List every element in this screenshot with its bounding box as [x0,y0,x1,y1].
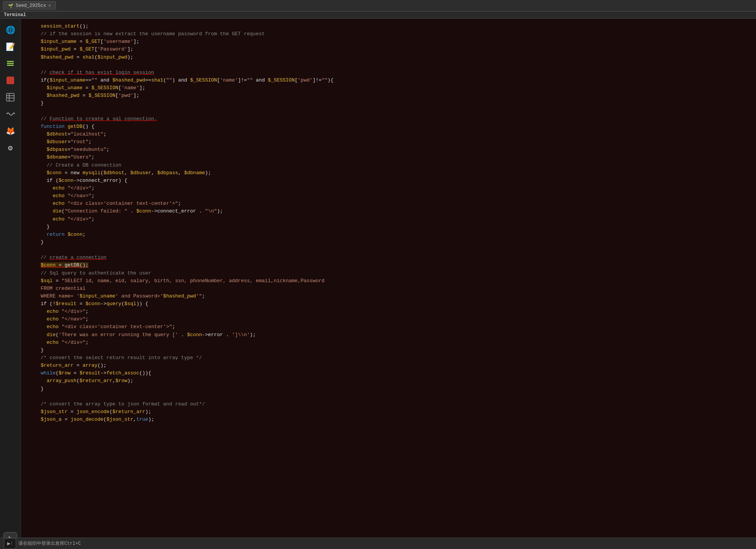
code-line-36: WHERE name= '$input_uname' and Password=… [29,292,748,300]
code-line-1: session_start(); [29,23,748,30]
code-line-45: $return_arr = array(); [29,362,748,369]
code-line-10: $hashed_pwd = $_SESSION['pwd']; [29,92,748,100]
code-line-17: $dbpass="seedubuntu"; [29,146,748,154]
title-bar: 🌱 Seed_2925cx × [0,0,756,11]
code-line-51: $json_str = json_encode($return_arr); [29,408,748,416]
svg-rect-1 [7,63,14,64]
code-line-29: } [29,239,748,246]
code-line-30 [29,246,748,254]
code-line-37: if (!$result = $conn->query($sql)) { [29,300,748,308]
code-line-19: // Create a DB connection [29,162,748,169]
code-line-39: echo "</nav>"; [29,315,748,323]
code-line-13: // Function to create a sql connection. [29,115,748,123]
code-line-52: $json_a = json_decode($json_str,true); [29,416,748,423]
code-line-21: if ($conn->connect_error) { [29,177,748,185]
file-tab-icon: 🌱 [8,3,13,8]
file-tab[interactable]: 🌱 Seed_2925cx × [3,1,56,10]
code-line-7: // check if it has exist login session [29,69,748,77]
svg-rect-3 [7,77,14,84]
code-line-50: /* convert the array type to json format… [29,400,748,408]
code-line-40: echo "<div class='container text-center'… [29,323,748,331]
code-line-48: } [29,385,748,393]
code-line-42: echo "</div>"; [29,339,748,346]
code-line-8: if($input_uname=="" and $hashed_pwd==sha… [29,77,748,84]
code-line-34: $sql = "SELECT id, name, eid, salary, bi… [29,277,748,285]
sidebar-network-icon[interactable]: 🌐 [3,23,18,37]
tab-close-button[interactable]: × [48,3,51,8]
code-line-47: array_push($return_arr,$row); [29,377,748,385]
code-line-2: // if the session is new extract the use… [29,30,748,38]
file-tab-label: Seed_2925cx [16,3,46,8]
code-line-32: $conn = getDB(); [29,261,748,269]
bottom-bar: ▶ | 请在组织中登录出发挥Ctrl+C [0,538,756,549]
code-line-9: $input_uname = $_SESSION['name']; [29,84,748,92]
code-line-14: function getDB() { [29,123,748,131]
code-line-49 [29,393,748,400]
sidebar-table-icon[interactable] [3,90,18,105]
code-line-4: $input_pwd = $_GET['Password']; [29,46,748,53]
code-line-26: echo "</div>"; [29,216,748,223]
code-line-25: die("Connection failed: " . $conn->conne… [29,208,748,215]
terminal-label-bar: Terminal [0,11,756,19]
code-line-46: while($row = $result->fetch_assoc()){ [29,369,748,377]
sidebar-layers-icon[interactable] [3,56,18,71]
bottom-hint-text: 请在组织中登录出发挥Ctrl+C [18,540,81,547]
code-line-5: $hashed_pwd = sha1($input_pwd); [29,54,748,61]
code-line-18: $dbname="Users"; [29,154,748,161]
code-line-35: FROM credential [29,285,748,292]
code-line-27: } [29,223,748,231]
sidebar: 🌐 📝 🦊 ⚙️ ▶ [0,19,21,547]
code-line-3: $input_uname = $_GET['username']; [29,38,748,46]
code-line-6 [29,61,748,69]
sidebar-red-icon[interactable] [3,73,18,88]
svg-rect-2 [7,65,14,66]
sidebar-edit-icon[interactable]: 📝 [3,39,18,54]
code-line-24: echo "<div class='container text-center'… [29,200,748,208]
code-line-33: // Sql query to authenticate the user [29,270,748,277]
code-line-31: // create a connection [29,254,748,261]
svg-rect-0 [7,61,14,62]
code-editor: session_start(); // if the session is ne… [21,19,756,547]
code-line-16: $dbuser="root"; [29,138,748,146]
code-line-15: $dbhost="localhost"; [29,131,748,138]
code-line-38: echo "</div>"; [29,308,748,315]
sidebar-firefox-icon[interactable]: 🦊 [3,124,18,138]
code-line-11: } [29,100,748,107]
code-line-44: /* convert the select return result into… [29,354,748,362]
code-line-12 [29,108,748,115]
main-layout: 🌐 📝 🦊 ⚙️ ▶ [0,19,756,547]
code-line-28: return $conn; [29,231,748,239]
svg-rect-4 [7,93,14,101]
code-line-43: } [29,346,748,354]
bottom-terminal-icon[interactable]: ▶ | [4,538,16,549]
code-line-41: die('There was an error running the quer… [29,331,748,339]
code-line-22: echo "</div>"; [29,185,748,192]
sidebar-settings-icon[interactable]: ⚙️ [3,141,18,155]
code-line-23: echo "</nav>"; [29,192,748,200]
code-line-20: $conn = new mysqli($dbhost, $dbuser, $db… [29,169,748,177]
sidebar-wave-icon[interactable] [3,107,18,121]
